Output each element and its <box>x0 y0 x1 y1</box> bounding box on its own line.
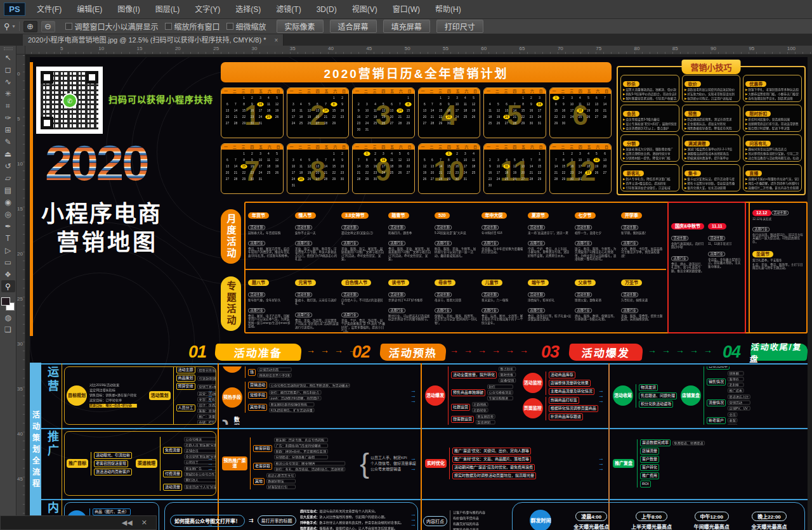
checkbox-icon[interactable] <box>226 23 233 30</box>
magic-wand-tool-icon[interactable]: ✳ <box>1 87 15 100</box>
option-button-0[interactable]: 实际像素 <box>277 20 324 33</box>
calendar-days: 1234567891011121314151617181920212223242… <box>353 150 414 183</box>
option-button-2[interactable]: 填充屏幕 <box>383 20 430 33</box>
menu-item-H[interactable]: 帮助(H) <box>428 0 469 19</box>
weekday-label: 六 <box>464 89 468 93</box>
flow-section-badge-01: 活动准备 <box>214 344 303 361</box>
ruler-number: 50 <box>405 46 410 51</box>
move-tool-icon[interactable]: ↖ <box>1 51 15 63</box>
brush-tool-icon[interactable]: ✎ <box>1 136 15 148</box>
calendar-day-blank <box>438 152 444 156</box>
calendar-day: 20 <box>520 171 526 175</box>
calendar-day: 11 <box>298 164 304 169</box>
bullet-icon: ▶ <box>745 93 748 96</box>
checkbox-icon[interactable] <box>65 23 72 30</box>
mindmap-item: 店铺整体流量转化效果 <box>549 380 594 387</box>
close-icon[interactable]: ✕ <box>141 519 147 527</box>
style-name: 巨大反差式： <box>300 515 320 519</box>
calendar-day: 15 <box>561 164 567 169</box>
hand-tool-icon[interactable]: ❖ <box>1 268 15 280</box>
option-button-1[interactable]: 适合屏幕 <box>330 20 377 33</box>
menu-item-V[interactable]: 视图(V) <box>344 0 385 19</box>
item-subs: 免费渠道、付费渠道 <box>672 441 710 446</box>
mindmap-items: 营销活动公众号预告活动利好消息，预告不断造势，为活动蓄水引流。常规手段短信：唤回… <box>245 382 364 413</box>
healing-brush-tool-icon[interactable]: ⊞ <box>1 124 15 136</box>
option-checkbox-1[interactable]: 缩放所有窗口 <box>165 21 220 32</box>
calendar-day: 30 <box>355 127 362 132</box>
eyedropper-tool-icon[interactable]: ✑ <box>1 112 15 124</box>
item-label: 免费流量 <box>163 447 182 454</box>
option-button-3[interactable]: 打印尺寸 <box>436 20 483 33</box>
zoom-tool-icon[interactable]: ⚲ <box>1 280 15 292</box>
menu-item-F[interactable]: 文件(F) <box>29 0 69 19</box>
calendar-day: 7 <box>396 102 403 107</box>
document-tab[interactable]: 2020小程序电商营销地图.jpg @ 12.5% (扫码可以获得小程序扶持, … <box>23 34 284 46</box>
mindmap-item: 新老客户会员老客新客 <box>707 412 754 425</box>
menu-item-3DD[interactable]: 3D(D) <box>309 0 344 19</box>
weekday-label: 一 <box>289 145 293 149</box>
openrate-styles: 提问互动式：阅读与自己有关的文章是每个人的天分。巨大反差式：放入对比性强烈的事物… <box>300 510 418 530</box>
calendar-day: 4 <box>388 152 395 156</box>
calendar-day: 17 <box>577 164 584 169</box>
weekday-label: 日 <box>473 145 477 149</box>
color-swatches[interactable] <box>1 295 15 311</box>
menu-item-E[interactable]: 编辑(E) <box>69 0 110 19</box>
history-brush-tool-icon[interactable]: ↺ <box>1 160 15 172</box>
option-checkbox-2[interactable]: 细微缩放 <box>226 21 266 32</box>
theme-tag: 活动主题 <box>248 225 265 230</box>
flow-cell-推广-01: 推广目标活动曝光、引流拉新老客召回促活变现激活活动内页新客户渠道梳理免费流量公众… <box>64 431 216 496</box>
calendar-day-blank <box>380 96 386 100</box>
menu-item-T[interactable]: 滤镜(T) <box>268 0 308 19</box>
activity-industry-row: 适用行业食品、服饰、美妆、家居等，加速发掘用户可推广“女神节犒劳自己”的活动，呼… <box>388 236 433 265</box>
calendar-day: 1 <box>363 152 370 156</box>
calendar-day: 13 <box>503 108 509 113</box>
weekday-label: 三 <box>438 145 442 149</box>
calendar-day: 12 <box>593 158 599 162</box>
clone-stamp-tool-icon[interactable]: ⏏ <box>1 148 15 160</box>
calendar-day: 13 <box>593 102 599 107</box>
zoom-in-button[interactable]: ⊕ <box>23 21 37 32</box>
calendar-day: 3 <box>454 96 460 100</box>
menu-item-S[interactable]: 选择(S) <box>228 0 268 19</box>
zoom-tool-badge[interactable]: ⚲ ▾ <box>0 22 20 31</box>
blur-tool-icon[interactable]: ◉ <box>1 196 15 208</box>
calendar-day: 21 <box>553 171 559 175</box>
item-subs: 朋友圈/社群持续种草预热KOL提前预告，扩大活动声量 <box>269 402 322 413</box>
screen-mode-icon[interactable]: ❏ <box>1 323 15 335</box>
marquee-tool-icon[interactable]: ◻ <box>1 63 15 75</box>
option-checkbox-0[interactable]: 调整窗口大小以满屏显示 <box>65 21 159 32</box>
mindmap-item: 活动曝光、引流拉新 <box>94 452 132 459</box>
theme-text: 年中购好货 618 <box>481 231 526 235</box>
zoom-out-button[interactable]: ⊖ <box>41 21 55 32</box>
document-canvas[interactable]: ✆ 扫码可以获得小程序扶持 2020 小程序电商 营销地图 2020营销日历&全… <box>25 55 812 530</box>
type-tool-icon[interactable]: T <box>1 232 15 244</box>
panel-grip[interactable] <box>4 48 13 50</box>
crop-tool-icon[interactable]: ⌗ <box>1 100 15 112</box>
menu-item-I[interactable]: 图像(I) <box>110 0 147 19</box>
dodge-tool-icon[interactable]: ◎ <box>1 208 15 220</box>
menu-item-Y[interactable]: 文字(Y) <box>187 0 228 19</box>
special-card-1: 元宵节活动主题集福卡、猜灯谜，元宵佳节送好礼适用行业食品、美妆、饰品等，可设置用… <box>295 275 339 332</box>
content-point: 让客户有参与感的内容 <box>453 511 485 515</box>
ruler-number: 45 <box>17 477 23 482</box>
gradient-tool-icon[interactable]: ▤ <box>1 184 15 196</box>
menu-item-L[interactable]: 图层(L) <box>148 0 188 19</box>
checkbox-icon[interactable] <box>165 23 172 30</box>
menu-item-W[interactable]: 窗口(W) <box>385 0 428 19</box>
item-sub: 朋友圈/社群持续种草预热 <box>269 403 314 407</box>
ruler-number: 10 <box>17 162 23 167</box>
collapse-icon[interactable]: ◀◀ <box>122 519 133 527</box>
path-select-tool-icon[interactable]: ▷ <box>1 244 15 256</box>
tip-bullet: ▶会员等级设置3-5级为最佳 <box>623 118 677 121</box>
tip-bullet: ▶新人专享礼包，降低首单决策门槛 <box>623 178 677 181</box>
eraser-tool-icon[interactable]: ▱ <box>1 172 15 184</box>
lasso-tool-icon[interactable]: ∿ <box>1 75 15 87</box>
shape-tool-icon[interactable]: ▭ <box>1 256 15 268</box>
activity-theme-row: 活动主题爱你不止这一天 <box>295 220 339 236</box>
quick-mask-icon[interactable]: ◍ <box>1 311 15 323</box>
ruler-number: 95 <box>749 46 754 51</box>
item-sub: 临近心愿百万大号 <box>266 474 296 478</box>
tab-close-icon[interactable]: × <box>275 37 278 44</box>
pen-tool-icon[interactable]: ✒ <box>1 220 15 232</box>
foreground-color-swatch[interactable] <box>1 297 10 306</box>
